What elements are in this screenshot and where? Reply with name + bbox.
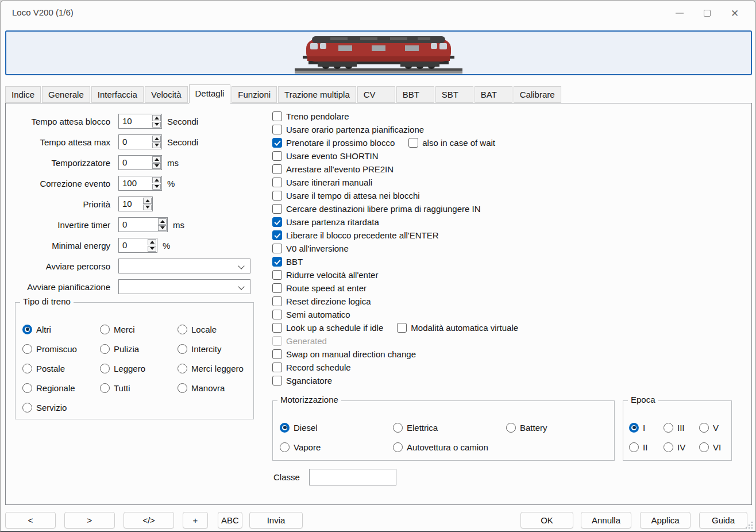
applica-button[interactable]: Applica: [640, 512, 691, 529]
spinner-value[interactable]: 0: [119, 156, 152, 169]
tab-dettagli[interactable]: Dettagli: [189, 84, 231, 103]
radio-intercity[interactable]: Intercity: [178, 343, 222, 354]
radio-autovettura-o-camion[interactable]: Autovettura o camion: [393, 441, 488, 453]
guida-button[interactable]: Guida: [699, 512, 747, 529]
tab-funzioni[interactable]: Funzioni: [232, 86, 277, 103]
radio-iii[interactable]: III: [664, 422, 685, 433]
radio-servizio[interactable]: Servizio: [22, 402, 67, 413]
checkbox-sganciatore[interactable]: Sganciatore: [272, 375, 332, 386]
prev-button[interactable]: <: [5, 512, 56, 529]
spin-up-button[interactable]: [152, 156, 161, 163]
spinner-priorit[interactable]: 10: [118, 196, 153, 211]
next-button[interactable]: >: [64, 512, 115, 529]
annulla-button[interactable]: Annulla: [581, 512, 631, 529]
spin-up-button[interactable]: [152, 115, 161, 121]
checkbox-prenotare-il-prossimo-blocco[interactable]: Prenotare il prossimo bloccoalso in case…: [272, 137, 495, 148]
tab-sbt[interactable]: SBT: [435, 86, 473, 103]
minimize-button[interactable]: [666, 1, 693, 26]
spin-down-button[interactable]: [152, 163, 161, 169]
spinner-value[interactable]: 10: [119, 114, 152, 128]
radio-ii[interactable]: II: [629, 441, 647, 453]
radio-iv[interactable]: IV: [664, 441, 685, 453]
spin-up-button[interactable]: [158, 218, 167, 225]
checkbox-v0-all-inversione[interactable]: V0 all'inversione: [272, 242, 349, 254]
checkbox-liberare-il-blocco-precedente-all-enter[interactable]: Liberare il blocco precedente all'ENTER: [272, 229, 439, 241]
checkbox-also-in-case-of-wait[interactable]: also in case of wait: [408, 138, 495, 148]
avviare-pianificazione-combobox[interactable]: [118, 279, 250, 294]
spinner-minimal-energy[interactable]: 0: [118, 238, 157, 253]
spinner-invertire-timer[interactable]: 0: [118, 217, 168, 232]
spin-down-button[interactable]: [143, 205, 152, 211]
spinner-correzione-evento[interactable]: 100: [118, 176, 162, 191]
tab-bat[interactable]: BAT: [475, 86, 512, 103]
add-button[interactable]: +: [183, 512, 208, 529]
tab-indice[interactable]: Indice: [5, 86, 41, 103]
spinner-value[interactable]: 0: [119, 135, 152, 149]
spinner-value[interactable]: 0: [119, 218, 157, 232]
tab-velocit[interactable]: Velocità: [145, 86, 188, 103]
spin-up-button[interactable]: [143, 198, 152, 204]
spinner-temporizzatore[interactable]: 0: [118, 155, 162, 170]
resize-grip-icon[interactable]: [745, 521, 753, 529]
xml-button[interactable]: </>: [124, 512, 174, 529]
radio-manovra[interactable]: Manovra: [178, 382, 225, 394]
spin-up-button[interactable]: [152, 136, 161, 142]
invia-button[interactable]: Invia: [249, 512, 303, 529]
spinner-tempo-attesa-max[interactable]: 0: [118, 134, 162, 149]
spin-down-button[interactable]: [158, 225, 167, 232]
radio-locale[interactable]: Locale: [178, 323, 217, 335]
abc-button[interactable]: ABC: [218, 512, 242, 529]
tab-trazione-multipla[interactable]: Trazione multipla: [278, 86, 356, 103]
tab-cv[interactable]: CV: [357, 86, 395, 103]
radio-v[interactable]: V: [699, 422, 719, 433]
spin-down-button[interactable]: [152, 184, 161, 190]
radio-postale[interactable]: Postale: [22, 363, 65, 374]
radio-leggero[interactable]: Leggero: [100, 363, 145, 374]
checkbox-usare-itinerari-manuali[interactable]: Usare itinerari manuali: [272, 176, 372, 188]
radio-vapore[interactable]: Vapore: [280, 441, 321, 453]
checkbox-usare-partenza-ritardata[interactable]: Usare partenza ritardata: [272, 216, 379, 228]
checkbox-arrestare-all-evento-pre2in[interactable]: Arrestare all'evento PRE2IN: [272, 163, 394, 175]
radio-battery[interactable]: Battery: [506, 422, 547, 433]
checkbox-look-up-a-schedule-if-idle[interactable]: Look up a schedule if idleModalità autom…: [272, 322, 518, 333]
tab-calibrare[interactable]: Calibrare: [514, 86, 561, 103]
checkbox-record-schedule[interactable]: Record schedule: [272, 361, 351, 373]
checkbox-semi-automatico[interactable]: Semi automatico: [272, 309, 350, 320]
classe-input[interactable]: [309, 469, 396, 485]
radio-diesel[interactable]: Diesel: [280, 422, 318, 433]
radio-promiscuo[interactable]: Promiscuo: [22, 343, 77, 354]
radio-merci[interactable]: Merci: [100, 323, 135, 335]
spin-down-button[interactable]: [152, 142, 161, 149]
spin-up-button[interactable]: [152, 177, 161, 183]
spinner-value[interactable]: 100: [119, 176, 152, 190]
avviare-percorso-combobox[interactable]: [118, 259, 250, 273]
spin-up-button[interactable]: [148, 239, 156, 245]
spin-down-button[interactable]: [152, 122, 161, 128]
close-button[interactable]: ✕: [721, 1, 749, 26]
radio-tutti[interactable]: Tutti: [100, 382, 130, 394]
tab-interfaccia[interactable]: Interfaccia: [91, 86, 144, 103]
checkbox-reset-direzione-logica[interactable]: Reset direzione logica: [272, 295, 371, 307]
checkbox-treno-pendolare[interactable]: Treno pendolare: [272, 110, 349, 122]
checkbox-usare-il-tempo-di-attesa-nei-blocchi[interactable]: Usare il tempo di attesa nei blocchi: [272, 190, 420, 201]
checkbox-usare-evento-shortin[interactable]: Usare evento SHORTIN: [272, 150, 379, 161]
checkbox-swap-on-manual-direction-change[interactable]: Swap on manual direction change: [272, 348, 416, 360]
checkbox-route-speed-at-enter[interactable]: Route speed at enter: [272, 282, 367, 294]
spinner-value[interactable]: 0: [119, 238, 147, 252]
title-bar[interactable]: Loco V200 (1/6) ✕: [1, 1, 755, 26]
radio-merci-leggero[interactable]: Merci leggero: [178, 363, 244, 374]
checkbox-usare-orario-partenza-pianificazione[interactable]: Usare orario partenza pianificazione: [272, 124, 424, 135]
tab-generale[interactable]: Generale: [42, 86, 90, 103]
tab-bbt[interactable]: BBT: [396, 86, 434, 103]
radio-vi[interactable]: VI: [699, 441, 721, 453]
radio-elettrica[interactable]: Elettrica: [393, 422, 438, 433]
spinner-tempo-attesa-blocco[interactable]: 10: [118, 114, 162, 129]
ok-button[interactable]: OK: [520, 512, 573, 529]
radio-regionale[interactable]: Regionale: [22, 382, 75, 394]
checkbox-bbt[interactable]: BBT: [272, 256, 303, 267]
spinner-value[interactable]: 10: [119, 197, 142, 211]
maximize-button[interactable]: [693, 1, 721, 26]
radio-pulizia[interactable]: Pulizia: [100, 343, 139, 354]
radio-i[interactable]: I: [629, 422, 645, 433]
checkbox-ridurre-velocit-all-enter[interactable]: Ridurre velocità all'enter: [272, 269, 378, 280]
